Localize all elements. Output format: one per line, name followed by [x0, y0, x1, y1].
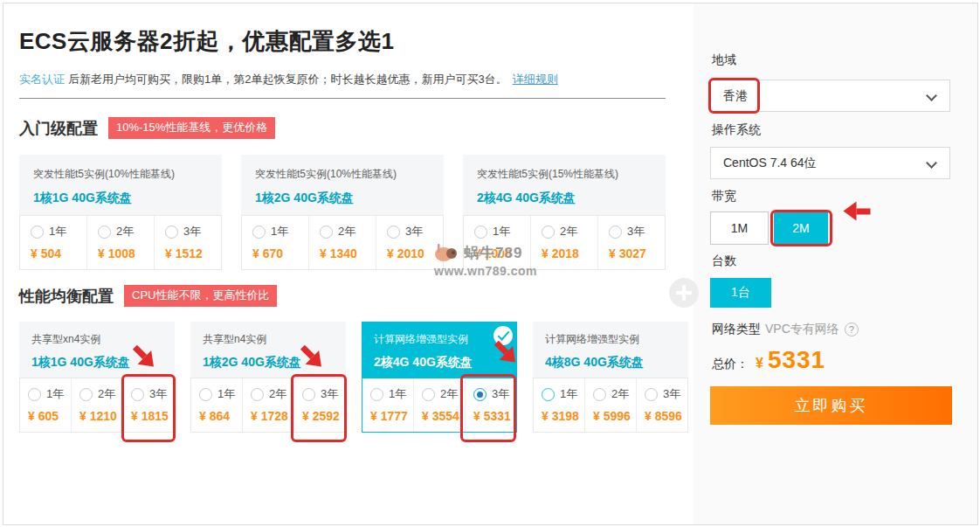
- price: ¥ 5996: [593, 409, 636, 423]
- radio-icon[interactable]: [302, 388, 315, 401]
- os-select[interactable]: CentOS 7.4 64位: [710, 147, 950, 179]
- term-option-2y[interactable]: 2年 ¥ 1210: [71, 378, 122, 432]
- plan-spec: 2核4G 40G系统盘: [477, 191, 653, 206]
- plan-card-xn4-1c1g[interactable]: 共享型xn4实例 1核1G 40G系统盘 1年 ¥ 605 2年 ¥ 1210 …: [19, 322, 175, 433]
- radio-icon[interactable]: [370, 388, 383, 401]
- price: ¥ 670: [252, 246, 308, 260]
- radio-icon[interactable]: [645, 388, 658, 401]
- radio-icon[interactable]: [320, 225, 333, 239]
- term-option-2y[interactable]: 2年 ¥ 2018: [530, 216, 597, 269]
- region-select[interactable]: 香港: [710, 80, 950, 112]
- price: ¥ 2010: [387, 246, 443, 260]
- plan-spec: 1核1G 40G系统盘: [33, 191, 210, 206]
- radio-icon[interactable]: [199, 388, 212, 401]
- radio-icon[interactable]: [474, 225, 487, 239]
- term-option-2y[interactable]: 2年 ¥ 1728: [242, 378, 293, 432]
- radio-icon[interactable]: [422, 388, 435, 401]
- plan-card-network-enhanced-4c8g[interactable]: 计算网络增强型实例 4核8G 40G系统盘 1年 ¥ 3198 2年 ¥ 599…: [533, 322, 688, 433]
- plan-card-t5-1c2g[interactable]: 突发性能t5实例(10%性能基线) 1核2G 40G系统盘 1年 ¥ 670 2…: [241, 155, 444, 270]
- radio-icon[interactable]: [79, 388, 93, 401]
- radio-icon[interactable]: [252, 225, 266, 239]
- page-subtitle: 实名认证后新老用户均可购买，限购1单，第2单起恢复原价；时长越长越优惠，新用户可…: [19, 72, 558, 87]
- expand-toggle-button[interactable]: [669, 278, 699, 308]
- bandwidth-option-1m[interactable]: 1M: [710, 211, 769, 245]
- price: ¥ 3198: [542, 409, 584, 423]
- term-option-1y[interactable]: 1年 ¥ 504: [20, 216, 86, 269]
- count-option-1-selected[interactable]: 1台: [710, 278, 771, 308]
- radio-icon-selected[interactable]: [473, 388, 487, 401]
- radio-icon[interactable]: [165, 225, 178, 239]
- plan-type: 计算网络增强型实例: [374, 332, 505, 347]
- plan-spec: 1核2G 40G系统盘: [255, 191, 431, 206]
- price: ¥ 864: [199, 409, 242, 423]
- network-label: 网络类型: [712, 322, 761, 337]
- region-value: 香港: [723, 88, 748, 102]
- price: ¥ 504: [31, 246, 86, 260]
- plan-card-t5-2c4g[interactable]: 突发性能t5实例(15%性能基线) 2核4G 40G系统盘 1年 ¥ 1009 …: [463, 155, 666, 270]
- buy-now-button[interactable]: 立即购买: [710, 386, 952, 425]
- price: ¥ 3554: [422, 409, 465, 423]
- radio-icon[interactable]: [131, 388, 144, 401]
- chevron-down-icon: [926, 90, 937, 101]
- term-option-1y[interactable]: 1年 ¥ 670: [242, 216, 308, 269]
- price: ¥ 1728: [251, 409, 293, 423]
- price: ¥ 1008: [98, 246, 154, 260]
- os-label: 操作系统: [712, 122, 761, 138]
- term-option-3y[interactable]: 3年 ¥ 1815: [122, 378, 174, 432]
- bandwidth-label: 带宽: [712, 189, 736, 205]
- radio-icon[interactable]: [31, 225, 44, 239]
- term-option-3y[interactable]: 3年 ¥ 2010: [376, 216, 443, 269]
- plan-card-n4-1c2g[interactable]: 共享型n4实例 1核2G 40G系统盘 1年 ¥ 864 2年 ¥ 1728 3…: [190, 322, 346, 433]
- price: ¥ 605: [28, 409, 71, 423]
- price: ¥ 3027: [609, 246, 665, 260]
- term-option-1y[interactable]: 1年 ¥ 605: [20, 378, 71, 432]
- plan-type: 共享型xn4实例: [31, 332, 162, 347]
- chevron-down-icon: [926, 157, 937, 169]
- radio-icon[interactable]: [98, 225, 111, 239]
- price: ¥ 1009: [474, 246, 530, 260]
- currency-symbol: ¥: [756, 356, 763, 371]
- radio-icon[interactable]: [609, 225, 622, 239]
- radio-icon[interactable]: [387, 225, 400, 239]
- term-option-3y[interactable]: 3年 ¥ 8596: [636, 378, 687, 432]
- radio-icon[interactable]: [593, 388, 606, 401]
- section-badge: CPU性能不限，更高性价比: [124, 285, 277, 307]
- term-option-3y-selected[interactable]: 3年 ¥ 5331: [465, 378, 516, 432]
- price: ¥ 2018: [542, 246, 597, 260]
- detail-rules-link[interactable]: 详细规则: [513, 73, 558, 86]
- term-option-2y[interactable]: 2年 ¥ 1340: [308, 216, 376, 269]
- os-value: CentOS 7.4 64位: [723, 156, 817, 170]
- bandwidth-option-2m-selected[interactable]: 2M: [774, 211, 828, 245]
- term-option-2y[interactable]: 2年 ¥ 1008: [86, 216, 154, 269]
- radio-icon[interactable]: [28, 388, 41, 401]
- plan-spec: 2核4G 40G系统盘: [374, 355, 505, 371]
- price: ¥ 1777: [370, 409, 413, 423]
- term-option-3y[interactable]: 3年 ¥ 2592: [293, 378, 345, 432]
- plan-card-t5-1c1g[interactable]: 突发性能t5实例(10%性能基线) 1核1G 40G系统盘 1年 ¥ 504 2…: [19, 155, 222, 270]
- term-option-3y[interactable]: 3年 ¥ 3027: [597, 216, 665, 269]
- term-option-3y[interactable]: 3年 ¥ 1512: [154, 216, 221, 269]
- term-option-1y[interactable]: 1年 ¥ 1777: [362, 378, 413, 432]
- price: ¥ 1815: [131, 409, 174, 423]
- price: ¥ 1210: [79, 409, 122, 423]
- term-option-2y[interactable]: 2年 ¥ 3554: [413, 378, 465, 432]
- price: ¥ 1512: [165, 246, 221, 260]
- plan-card-network-enhanced-2c4g-selected[interactable]: 计算网络增强型实例 2核4G 40G系统盘 1年 ¥ 1777 2年 ¥ 355…: [362, 322, 517, 433]
- radio-icon[interactable]: [542, 225, 555, 239]
- term-option-1y[interactable]: 1年 ¥ 3198: [534, 378, 584, 432]
- region-label: 地域: [712, 52, 736, 68]
- section-balanced-header: 性能均衡配置 CPU性能不限，更高性价比: [19, 285, 277, 307]
- radio-icon[interactable]: [251, 388, 264, 401]
- selected-check-icon: [493, 326, 513, 345]
- plan-type: 突发性能t5实例(10%性能基线): [255, 167, 431, 182]
- network-value: VPC专有网络: [765, 322, 839, 337]
- term-option-1y[interactable]: 1年 ¥ 1009: [464, 216, 530, 269]
- realname-verify-link[interactable]: 实名认证: [19, 73, 65, 86]
- term-option-2y[interactable]: 2年 ¥ 5996: [584, 378, 636, 432]
- section-title: 性能均衡配置: [19, 286, 114, 307]
- header-divider: [19, 98, 666, 99]
- plus-icon: [682, 285, 686, 301]
- help-icon[interactable]: ?: [845, 322, 859, 336]
- term-option-1y[interactable]: 1年 ¥ 864: [191, 378, 242, 432]
- radio-icon-hover[interactable]: [542, 388, 555, 401]
